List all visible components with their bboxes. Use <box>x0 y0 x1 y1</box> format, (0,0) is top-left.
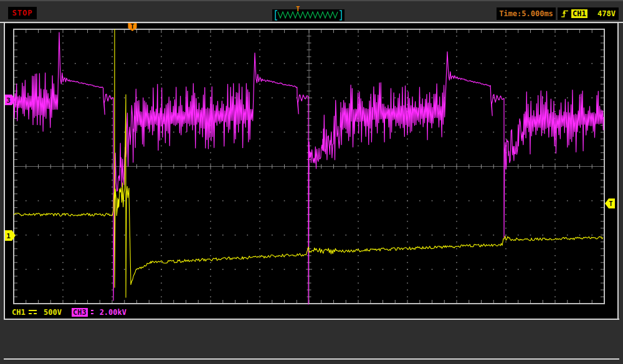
trigger-position-preview: T <box>272 6 345 21</box>
preview-trigger-marker: T <box>296 6 300 12</box>
left-frame-line <box>4 23 5 320</box>
ch1-scale-value: 500V <box>44 308 62 317</box>
ch1-readout: CH1 500V <box>8 306 65 318</box>
timebase-label: Time:5.000ms <box>499 9 553 18</box>
acquisition-status-label: STOP <box>12 9 33 17</box>
ch3-readout: CH3 2.00kV <box>69 306 129 318</box>
rising-edge-trigger-icon <box>561 9 569 19</box>
ch1-label: CH1 <box>12 308 26 317</box>
footer-separator-line <box>4 358 619 360</box>
acquisition-status: STOP <box>8 7 37 19</box>
dc-coupling-icon <box>91 310 93 314</box>
timebase-readout: Time:5.000ms <box>497 7 556 20</box>
top-separator-line <box>0 22 623 23</box>
trigger-readout: CH1 478V <box>558 7 619 20</box>
trigger-source-badge: CH1 <box>571 9 587 18</box>
oscilloscope-screen: T31TT STOP Time:5.000ms CH1 478V CH1 500… <box>0 0 623 364</box>
ch3-label-badge: CH3 <box>72 308 88 317</box>
trigger-level-value: 478V <box>597 9 619 18</box>
right-frame-line <box>617 23 619 320</box>
top-edge-highlight <box>0 0 623 1</box>
dc-coupling-icon <box>29 310 37 314</box>
ch3-scale-value: 2.00kV <box>100 308 126 317</box>
bottom-separator-line <box>4 319 619 320</box>
display-area <box>5 24 617 319</box>
